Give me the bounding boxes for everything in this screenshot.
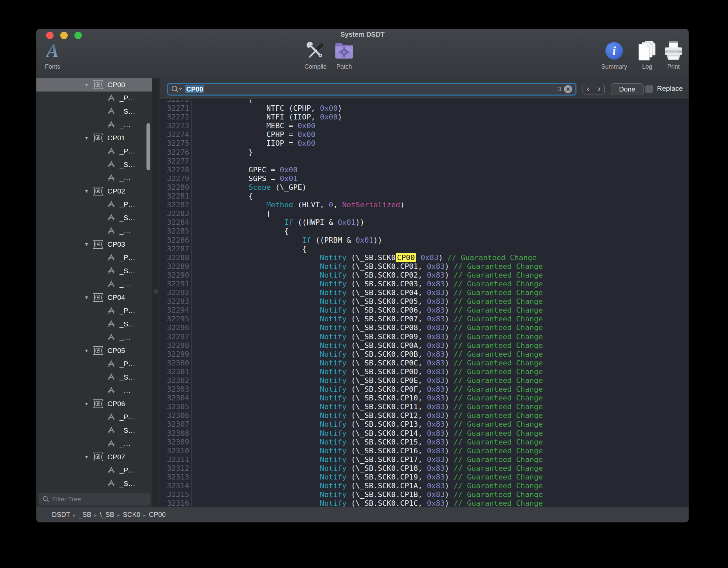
filter-tree-input[interactable] — [39, 493, 150, 505]
breadcrumb-item-_SB[interactable]: _SB — [78, 511, 91, 518]
tree-item-_[interactable]: _… — [36, 331, 152, 344]
tree-item-label: _S… — [120, 320, 135, 328]
code-text: Notify (\_SB.SCK0.CP05, 0x83) // Guarant… — [189, 297, 543, 306]
line-number: 32286 — [160, 236, 189, 245]
pane-splitter[interactable] — [152, 78, 160, 507]
replace-label: Replace — [657, 84, 683, 93]
patch-icon — [334, 40, 354, 61]
tree-item-_P[interactable]: _P… — [36, 251, 152, 264]
tree-item-_P[interactable]: _P… — [36, 145, 152, 158]
tree-item-_[interactable]: _… — [36, 171, 152, 185]
tree-item-_S[interactable]: _S… — [36, 477, 152, 490]
tree-item-_S[interactable]: _S… — [36, 158, 152, 171]
code-text: If ((PRBM & 0x01)) — [189, 236, 382, 245]
tree-item-_S[interactable]: _S… — [36, 105, 152, 118]
sidebar-scrollbar[interactable] — [146, 123, 150, 170]
tree-item-_[interactable]: _… — [36, 224, 152, 238]
tree-item-_P[interactable]: _P… — [36, 198, 152, 211]
line-number: 32280 — [160, 183, 189, 192]
print-icon — [664, 40, 683, 61]
search-clear-button[interactable]: ✕ — [564, 85, 572, 93]
line-number: 32292 — [160, 288, 189, 297]
line-number: 32307 — [160, 420, 189, 429]
code-line: 32304 Notify (\_SB.SCK0.CP10, 0x83) // G… — [160, 394, 689, 402]
tree-item-label: _P… — [120, 147, 135, 155]
toolbar-button-print[interactable]: Print — [652, 40, 689, 70]
tree-item-_S[interactable]: _S… — [36, 424, 152, 437]
line-number: 32291 — [160, 280, 189, 288]
code-text: { — [189, 100, 253, 104]
summary-icon: i — [605, 40, 623, 61]
code-line: 32277 — [160, 157, 689, 166]
code-editor[interactable]: 32270 {32271 NTFC (CPHP, 0x00)32272 NTFI… — [160, 100, 689, 507]
sidebar: ▼CP00_P…_S…_…▼CP01_P…_S…_…▼CP02_P…_S…_…▼… — [36, 78, 152, 507]
tree-item-label: CP05 — [107, 347, 125, 355]
match-count: 3 — [558, 85, 561, 93]
code-text: Notify (\_SB.SCK0.CP1C, 0x83) // Guarant… — [189, 499, 543, 507]
replace-checkbox[interactable] — [645, 85, 653, 93]
done-button[interactable]: Done — [611, 83, 643, 95]
method-icon — [107, 201, 115, 208]
tree-item-_[interactable]: _… — [36, 384, 152, 397]
find-next-button[interactable]: › — [594, 84, 605, 95]
search-query: CP00 — [185, 85, 204, 93]
tree-item-CP00[interactable]: ▼CP00 — [36, 78, 152, 92]
code-line: 32309 Notify (\_SB.SCK0.CP15, 0x83) // G… — [160, 438, 689, 447]
line-number: 32293 — [160, 297, 189, 306]
breadcrumb: DSDT▸_SB▸\_SB▸SCK0▸CP00 — [52, 511, 166, 519]
disclosure-triangle-icon[interactable]: ▼ — [84, 242, 90, 247]
breadcrumb-item-DSDT[interactable]: DSDT — [52, 511, 70, 518]
toolbar-button-fonts[interactable]: A Fonts — [36, 40, 74, 70]
tree-item-_P[interactable]: _P… — [36, 357, 152, 371]
line-number: 32289 — [160, 262, 189, 271]
code-line: 32292 Notify (\_SB.SCK0.CP04, 0x83) // G… — [160, 288, 689, 297]
tree-item-_P[interactable]: _P… — [36, 464, 152, 477]
find-previous-button[interactable]: ‹ — [583, 84, 594, 95]
disclosure-triangle-icon[interactable]: ▼ — [84, 348, 90, 353]
tree-item-label: _P… — [120, 94, 135, 102]
disclosure-triangle-icon[interactable]: ▼ — [84, 401, 90, 406]
tree-item-CP02[interactable]: ▼CP02 — [36, 184, 152, 198]
disclosure-triangle-icon[interactable]: ▼ — [84, 135, 90, 141]
disclosure-triangle-icon[interactable]: ▼ — [84, 188, 90, 194]
tree-item-CP07[interactable]: ▼CP07 — [36, 450, 152, 464]
tree-item-_P[interactable]: _P… — [36, 92, 152, 105]
code-line: 32308 Notify (\_SB.SCK0.CP14, 0x83) // G… — [160, 429, 689, 438]
tree-item-_[interactable]: _… — [36, 118, 152, 132]
line-number: 32303 — [160, 385, 189, 394]
tree-item-CP04[interactable]: ▼CP04 — [36, 291, 152, 304]
tree-item-label: CP04 — [107, 293, 125, 301]
method-icon — [107, 227, 115, 235]
tree-item-CP03[interactable]: ▼CP03 — [36, 238, 152, 251]
tree-item-_S[interactable]: _S… — [36, 211, 152, 224]
tree-item-_S[interactable]: _S… — [36, 317, 152, 331]
breadcrumb-item-_SB[interactable]: \_SB — [100, 511, 114, 518]
device-icon — [93, 133, 103, 143]
tree-item-_[interactable]: _… — [36, 278, 152, 291]
tree-item-_S[interactable]: _S… — [36, 370, 152, 384]
code-line: 32305 Notify (\_SB.SCK0.CP11, 0x83) // G… — [160, 402, 689, 411]
disclosure-triangle-icon[interactable]: ▼ — [84, 82, 90, 87]
method-icon — [107, 214, 115, 221]
tree-item-_P[interactable]: _P… — [36, 304, 152, 318]
toolbar-button-patch[interactable]: Patch — [322, 40, 366, 70]
tree-item-CP01[interactable]: ▼CP01 — [36, 131, 152, 145]
code-line: 32293 Notify (\_SB.SCK0.CP05, 0x83) // G… — [160, 297, 689, 306]
disclosure-triangle-icon[interactable]: ▼ — [84, 295, 90, 300]
tree-item-_P[interactable]: _P… — [36, 411, 152, 424]
code-text: MEBC = 0x00 — [189, 121, 316, 130]
search-icon[interactable] — [171, 85, 183, 93]
tree-item-CP05[interactable]: ▼CP05 — [36, 344, 152, 357]
tree-item-_[interactable]: _… — [36, 437, 152, 451]
breadcrumb-item-CP00[interactable]: CP00 — [149, 511, 166, 518]
line-number: 32304 — [160, 394, 189, 402]
search-input[interactable]: CP00 3 ✕ — [167, 83, 576, 96]
disclosure-triangle-icon[interactable]: ▼ — [84, 454, 90, 460]
device-icon — [93, 452, 103, 462]
tree-item-label: _S… — [120, 426, 135, 434]
tree-item-_S[interactable]: _S… — [36, 264, 152, 278]
tree-item-CP06[interactable]: ▼CP06 — [36, 397, 152, 411]
breadcrumb-item-SCK0[interactable]: SCK0 — [123, 511, 140, 518]
tree-item-label: _… — [120, 227, 131, 235]
code-line: 32285 { — [160, 227, 689, 236]
